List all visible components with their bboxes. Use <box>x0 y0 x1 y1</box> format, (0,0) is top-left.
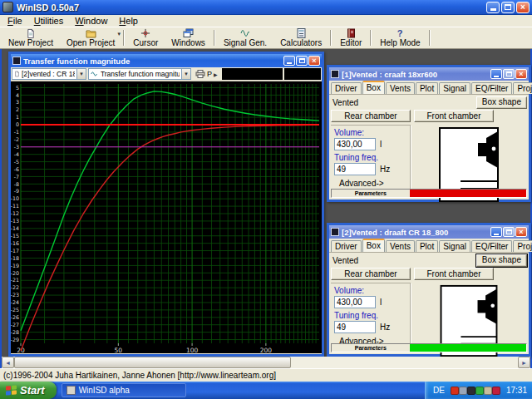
tab-box[interactable]: Box <box>362 239 385 252</box>
toolbar-new-project[interactable]: New Project <box>2 28 60 47</box>
box-shape-drawing <box>411 125 527 189</box>
graph-type-combo[interactable]: Transfer function magnitude ▼ <box>88 68 191 80</box>
plot-restore-button[interactable] <box>296 56 308 66</box>
sync-icon[interactable] <box>475 387 484 395</box>
chevron-down-icon[interactable]: ▼ <box>181 69 190 79</box>
svg-text:-23: -23 <box>11 292 19 298</box>
toolbar-cursor[interactable]: Cursor <box>126 28 165 47</box>
tab-project[interactable]: Project <box>513 82 532 94</box>
project1-title-bar[interactable]: [1]Vented : craaft 18xr600 × <box>329 67 529 81</box>
start-button[interactable]: Start <box>0 382 57 399</box>
print-button[interactable]: P ▶ <box>193 68 220 80</box>
mouse-icon[interactable] <box>484 387 492 395</box>
toolbar-calculators[interactable]: Calculators <box>273 28 328 47</box>
svg-text:-15: -15 <box>11 233 19 239</box>
dropdown-arrow-icon[interactable]: ▼ <box>116 32 121 37</box>
scroll-left-button[interactable]: ◄ <box>2 357 14 368</box>
scrollbar-thumb[interactable] <box>14 357 291 368</box>
scroll-right-button[interactable]: ► <box>518 357 530 368</box>
network-icon[interactable] <box>459 387 467 395</box>
project1-minimize-button[interactable] <box>490 69 502 79</box>
tab-vents[interactable]: Vents <box>386 82 415 94</box>
front-chamber-button[interactable]: Front chamber <box>414 268 494 280</box>
main-title-bar[interactable]: WinISD 0.50a7 × <box>0 0 532 15</box>
security-icon[interactable] <box>492 387 500 395</box>
project2-minimize-button[interactable] <box>490 227 502 237</box>
toolbar-open-project[interactable]: Open Project▼ <box>60 28 121 47</box>
svg-text:50: 50 <box>115 347 123 353</box>
parameters-label: Parameters <box>332 190 410 197</box>
project2-tab-bar: DriverBoxVentsPlotSignalEQ/FilterProject <box>329 239 529 253</box>
tab-driver[interactable]: Driver <box>331 240 362 252</box>
transfer-function-plot[interactable]: 543210-1-2-3-4-5-6-7-8-9-10-11-12-13-14-… <box>11 81 322 353</box>
toolbar-windows[interactable]: Windows <box>165 28 212 47</box>
antivirus-icon[interactable] <box>451 387 459 395</box>
menu-item-utilities[interactable]: Utilities <box>28 15 69 27</box>
tuning-freq-input[interactable] <box>334 321 376 333</box>
volume-input[interactable] <box>334 138 376 150</box>
svg-text:?: ? <box>397 28 403 38</box>
plot-close-button[interactable]: × <box>308 56 320 66</box>
box-shape-button[interactable]: Box shape <box>476 96 527 109</box>
status-bar: (c)1996-2004 Juha Hartikainen, Janne Aho… <box>0 368 532 382</box>
volume-input[interactable] <box>334 296 376 308</box>
svg-text:-28: -28 <box>11 329 19 335</box>
tab-eq-filter[interactable]: EQ/Filter <box>471 240 512 252</box>
parameters-progress-bar <box>410 190 526 197</box>
winisd-task-icon <box>66 386 76 395</box>
tab-eq-filter[interactable]: EQ/Filter <box>471 82 512 94</box>
svg-text:-4: -4 <box>14 151 19 157</box>
project2-maximize-button[interactable] <box>503 227 515 237</box>
menu-item-help[interactable]: Help <box>113 15 144 27</box>
toolbar-editor[interactable]: Editor <box>333 28 368 47</box>
project1-maximize-button[interactable] <box>503 69 515 79</box>
tab-signal[interactable]: Signal <box>439 240 470 252</box>
tuning-freq-label: Tuning freq. <box>334 153 406 162</box>
close-button[interactable]: × <box>516 2 530 13</box>
open-project-icon <box>86 28 96 38</box>
tuning-freq-label: Tuning freq. <box>334 311 406 320</box>
plot-minimize-button[interactable] <box>283 56 295 66</box>
toolbar-separator <box>330 30 332 46</box>
tuning-freq-input[interactable] <box>334 163 376 175</box>
box-shape-button[interactable]: Box shape <box>476 254 527 267</box>
project2-title-bar[interactable]: [2]Vented : draaft CR 18_800 × <box>329 225 529 239</box>
rear-chamber-button[interactable]: Rear chamber <box>331 268 411 280</box>
new-project-icon <box>26 28 36 38</box>
plot-window-title: Transfer function magnitude <box>23 57 281 66</box>
menu-item-window[interactable]: Window <box>69 15 113 27</box>
help-mode-icon: ? <box>396 28 404 38</box>
display-icon[interactable] <box>467 387 475 395</box>
chevron-down-icon[interactable]: ▼ <box>76 69 86 79</box>
language-indicator[interactable]: DE <box>433 386 445 395</box>
project2-close-button[interactable]: × <box>515 227 527 237</box>
minimize-button[interactable] <box>486 2 500 13</box>
copyright-text: (c)1996-2004 Juha Hartikainen, Janne Aho… <box>3 371 276 380</box>
svg-text:2: 2 <box>16 106 19 112</box>
system-tray: DE 17:31 <box>425 382 532 399</box>
tab-signal[interactable]: Signal <box>439 82 470 94</box>
tab-box[interactable]: Box <box>362 81 385 94</box>
front-chamber-button[interactable]: Front chamber <box>414 110 494 122</box>
svg-text:-16: -16 <box>11 240 19 246</box>
tab-driver[interactable]: Driver <box>331 82 362 94</box>
tab-plot[interactable]: Plot <box>416 82 438 94</box>
toolbar-help-mode[interactable]: ?Help Mode <box>373 28 426 47</box>
rear-chamber-button[interactable]: Rear chamber <box>331 110 411 122</box>
svg-text:-14: -14 <box>11 225 19 231</box>
tab-vents[interactable]: Vents <box>386 240 415 252</box>
workspace-horizontal-scrollbar[interactable]: ◄ ► <box>2 357 530 368</box>
scrollbar-track[interactable] <box>14 357 518 368</box>
restore-button[interactable] <box>501 2 515 13</box>
project-selector-combo[interactable]: [2]vented : CR 18/800 ▼ <box>12 68 86 80</box>
taskbar-item-winisd[interactable]: WinISD alpha <box>62 383 186 397</box>
toolbar-signal-gen[interactable]: Signal Gen. <box>217 28 273 47</box>
project1-close-button[interactable]: × <box>515 69 527 79</box>
menu-item-file[interactable]: File <box>2 15 28 27</box>
menu-bar: FileUtilitiesWindowHelp <box>0 15 532 27</box>
tab-project[interactable]: Project <box>513 240 532 252</box>
svg-text:-26: -26 <box>11 314 19 320</box>
tab-plot[interactable]: Plot <box>416 240 438 252</box>
plot-window-title-bar[interactable]: Transfer function magnitude × <box>11 54 322 67</box>
toolbar-separator <box>429 30 431 46</box>
